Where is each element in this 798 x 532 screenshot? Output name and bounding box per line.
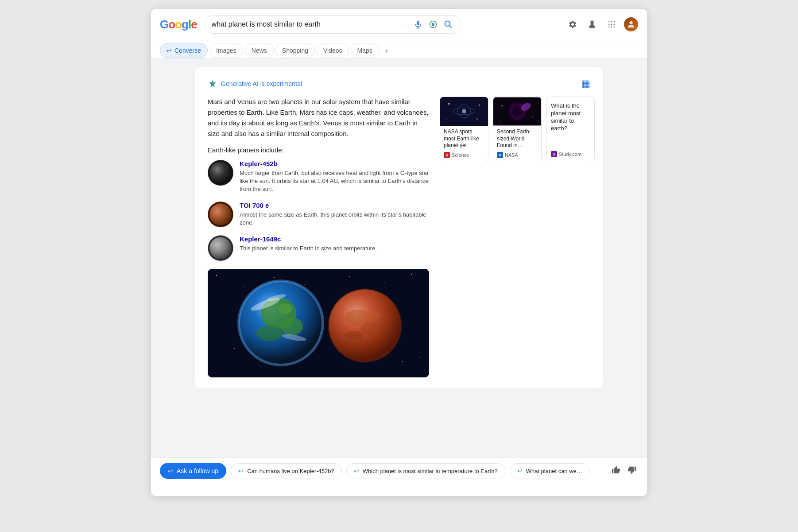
search-input[interactable] — [212, 20, 408, 28]
svg-point-21 — [209, 203, 232, 225]
svg-point-35 — [402, 361, 403, 362]
tab-images[interactable]: Images — [209, 43, 243, 58]
svg-point-67 — [500, 121, 500, 122]
apps-button[interactable] — [604, 17, 619, 31]
svg-point-11 — [611, 24, 612, 25]
source-cards-panel: NASA spots most Earth-like planet yet S … — [440, 97, 590, 161]
svg-point-49 — [360, 322, 383, 335]
more-tabs-button[interactable]: › — [381, 43, 392, 58]
svg-point-25 — [216, 275, 217, 276]
ai-panel: Generative AI is experimental ▦ Mars and… — [195, 67, 603, 388]
suggestion-chip-0[interactable]: ↩ Can humans live on Kepler-452b? — [231, 463, 342, 478]
source-card-study-content: What is the planet most similar to earth… — [546, 97, 594, 148]
ai-text-section: Mars and Venus are two planets in our so… — [208, 97, 429, 377]
source-card-science-meta: S Science — [444, 152, 484, 158]
svg-point-32 — [420, 357, 421, 358]
nasa-favicon: N — [497, 152, 503, 158]
svg-point-63 — [512, 106, 523, 116]
suggestion-text-1: Which planet is most similar in temperat… — [363, 468, 498, 474]
planet-info-kepler452b: Kepler-452b Much larger than Earth, but … — [240, 160, 429, 194]
source-card-study-title: What is the planet most similar to earth… — [551, 102, 590, 132]
source-card-study[interactable]: What is the planet most similar to earth… — [546, 97, 595, 161]
svg-line-6 — [449, 26, 451, 28]
planet-info-kepler1649c: Kepler-1649c This planet is similar to E… — [240, 235, 429, 252]
svg-point-7 — [608, 21, 610, 23]
svg-point-30 — [384, 282, 385, 283]
tab-news[interactable]: News — [245, 43, 274, 58]
svg-point-65 — [501, 105, 503, 107]
svg-point-13 — [608, 27, 610, 28]
ai-layout-toggle[interactable]: ▦ — [581, 78, 590, 89]
tab-maps[interactable]: Maps — [351, 43, 379, 58]
tab-videos[interactable]: Videos — [317, 43, 349, 58]
svg-point-15 — [614, 27, 615, 28]
source-card-nasa-meta: N NASA — [497, 152, 538, 158]
ai-body: Mars and Venus are two planets in our so… — [208, 97, 590, 377]
study-favicon: S — [551, 151, 557, 157]
suggestion-chip-2[interactable]: ↩ What planet can we… — [510, 463, 590, 478]
search-submit-button[interactable] — [443, 19, 453, 30]
svg-point-51 — [367, 312, 380, 319]
google-logo: G o o g l e — [160, 18, 197, 31]
thumbs-down-button[interactable] — [626, 464, 638, 478]
header: G o o g l e — [151, 9, 647, 40]
settings-button[interactable] — [566, 17, 580, 31]
account-avatar[interactable] — [624, 17, 638, 31]
nasa-source-label: NASA — [505, 152, 518, 158]
svg-point-29 — [349, 276, 350, 277]
tab-shopping[interactable]: Shopping — [275, 43, 315, 58]
source-card-science-title: NASA spots most Earth-like planet yet — [444, 128, 484, 149]
thumbs-up-button[interactable] — [610, 464, 622, 478]
image-search-button[interactable] — [428, 19, 438, 30]
planet-desc-toi700e: Almost the same size as Earth, this plan… — [240, 211, 429, 227]
svg-point-4 — [431, 23, 434, 26]
svg-point-19 — [209, 162, 232, 184]
labs-button[interactable] — [585, 17, 599, 31]
svg-point-33 — [234, 348, 235, 349]
bottom-bar: ↩ Ask a follow up ↩ Can humans live on K… — [151, 457, 647, 484]
svg-point-50 — [345, 331, 363, 340]
planet-info-toi700e: TOI 700 e Almost the same size as Earth,… — [240, 202, 429, 227]
search-bar[interactable] — [204, 15, 461, 34]
ai-description: Mars and Venus are two planets in our so… — [208, 97, 429, 139]
svg-point-31 — [411, 274, 412, 275]
study-source-label: Study.com — [559, 151, 581, 157]
ai-badge-text: Generative AI is experimental — [221, 80, 302, 87]
ai-badge: Generative AI is experimental — [208, 79, 302, 89]
suggestion-arrow-icon-1: ↩ — [354, 467, 359, 474]
source-card-nasa[interactable]: Second Earth-sized World Found in… N NAS… — [493, 97, 542, 161]
svg-point-12 — [614, 24, 615, 25]
science-source-label: Science — [452, 152, 469, 158]
suggestion-text-0: Can humans live on Kepler-452b? — [247, 468, 334, 474]
planet-thumbnail-kepler452b — [208, 160, 233, 186]
suggestion-text-2: What planet can we… — [526, 468, 582, 474]
planet-name-kepler1649c[interactable]: Kepler-1649c — [240, 235, 429, 243]
earth-mars-image: Shutterstock — [208, 269, 429, 377]
svg-marker-17 — [209, 80, 217, 87]
ask-follow-up-button[interactable]: ↩ Ask a follow up — [160, 463, 226, 479]
planet-name-kepler452b[interactable]: Kepler-452b — [240, 160, 429, 167]
svg-point-59 — [446, 119, 447, 120]
planet-item-kepler452b: Kepler-452b Much larger than Earth, but … — [208, 160, 429, 194]
science-favicon: S — [444, 152, 450, 158]
converse-icon: ↩ — [167, 47, 172, 54]
voice-search-button[interactable] — [413, 19, 423, 30]
svg-point-27 — [274, 277, 275, 278]
source-card-science[interactable]: NASA spots most Earth-like planet yet S … — [440, 97, 488, 161]
follow-up-arrow-icon: ↩ — [168, 467, 173, 474]
svg-point-9 — [614, 21, 615, 23]
source-card-nasa-content: Second Earth-sized World Found in… N NAS… — [493, 126, 541, 161]
suggestion-chip-1[interactable]: ↩ Which planet is most similar in temper… — [346, 463, 505, 478]
svg-point-42 — [279, 303, 292, 314]
svg-point-57 — [448, 103, 450, 105]
svg-point-34 — [260, 366, 261, 367]
planet-name-toi700e[interactable]: TOI 700 e — [240, 202, 429, 209]
svg-point-26 — [243, 286, 244, 287]
svg-point-23 — [209, 237, 232, 259]
svg-point-60 — [479, 105, 480, 106]
tab-converse[interactable]: ↩ Converse — [160, 43, 208, 58]
ai-panel-header: Generative AI is experimental ▦ — [208, 78, 590, 89]
feedback-buttons — [610, 464, 638, 478]
main-content: Generative AI is experimental ▦ Mars and… — [151, 58, 647, 457]
svg-point-41 — [256, 325, 283, 341]
